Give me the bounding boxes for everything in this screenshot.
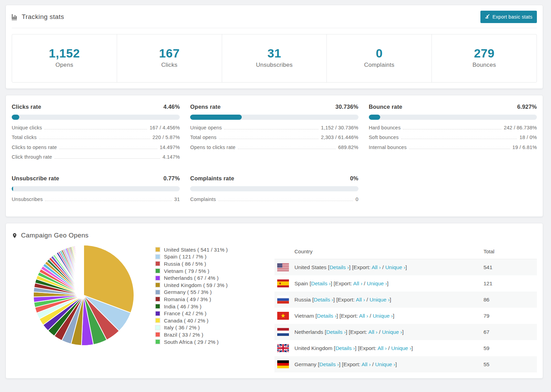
geo-table-row: Vietnam [Details ›] [Export: All › / Uni… bbox=[274, 308, 537, 324]
export-all-link[interactable]: All › bbox=[353, 280, 363, 286]
legend-label: Canada ( 40 / 2% ) bbox=[164, 318, 209, 324]
rate-detail-value: 1,152 / 30.736% bbox=[321, 125, 358, 130]
details-link[interactable]: Details › bbox=[319, 361, 339, 367]
export-unique-link[interactable]: Unique › bbox=[367, 280, 387, 286]
details-link[interactable]: Details › bbox=[317, 313, 336, 319]
geo-legend: United States ( 541 / 31% )Spain ( 121 /… bbox=[156, 244, 254, 372]
rate-progress-track bbox=[190, 186, 358, 191]
geo-row-country: Spain [Details ›] [Export: All › / Uniqu… bbox=[274, 279, 484, 287]
legend-item: Spain ( 121 / 7% ) bbox=[156, 253, 254, 261]
export-unique-link[interactable]: Unique › bbox=[373, 313, 393, 319]
legend-item: Canada ( 40 / 2% ) bbox=[156, 317, 254, 324]
rate-detail-label: Unique clicks bbox=[12, 125, 42, 130]
rate-detail-label: Complaints bbox=[190, 197, 216, 202]
legend-item: Russia ( 86 / 5% ) bbox=[156, 260, 254, 267]
details-link[interactable]: Details › bbox=[314, 297, 333, 303]
rate-header: Bounce rate6.927% bbox=[369, 104, 537, 110]
stat-label: Clicks bbox=[161, 62, 177, 68]
stat-value: 279 bbox=[474, 47, 495, 60]
rate-detail-row: Total opens2,303 / 61.446% bbox=[190, 135, 358, 145]
dotted-leader bbox=[44, 129, 147, 129]
rate-value: 30.736% bbox=[335, 104, 358, 110]
rate-detail-label: Total opens bbox=[190, 135, 216, 140]
geo-pie-chart bbox=[32, 244, 135, 347]
rate-detail-row: Unique clicks167 / 4.456% bbox=[12, 125, 180, 135]
flag-icon-ru bbox=[277, 296, 289, 304]
export-all-link[interactable]: All › bbox=[362, 361, 371, 367]
rate-progress-fill bbox=[190, 115, 242, 120]
details-link[interactable]: Details › bbox=[311, 280, 331, 286]
rate-detail-value: 18 / 0% bbox=[519, 135, 537, 140]
geo-row-text: Vietnam [Details ›] [Export: All › / Uni… bbox=[294, 313, 394, 319]
stat-cell-bounces: 279Bounces bbox=[432, 34, 537, 82]
geo-row-country: Netherlands [Details ›] [Export: All › /… bbox=[274, 328, 484, 336]
flag-icon-gb bbox=[277, 344, 289, 352]
stat-cell-opens: 1,152Opens bbox=[12, 34, 117, 82]
rates-grid: Clicks rate4.46%Unique clicks167 / 4.456… bbox=[12, 104, 537, 206]
rate-detail-value: 242 / 86.738% bbox=[504, 125, 537, 130]
rate-detail-label: Unique opens bbox=[190, 125, 222, 130]
rate-progress-fill bbox=[369, 115, 381, 120]
geo-table-row: United States [Details ›] [Export: All ›… bbox=[274, 259, 537, 275]
rate-detail-label: Hard bounces bbox=[369, 125, 401, 130]
legend-label: United States ( 541 / 31% ) bbox=[164, 247, 228, 253]
export-all-link[interactable]: All › bbox=[368, 329, 378, 335]
rate-header: Clicks rate4.46% bbox=[12, 104, 180, 110]
legend-label: France ( 42 / 2% ) bbox=[164, 310, 207, 316]
stat-value: 1,152 bbox=[49, 47, 80, 60]
rate-detail-row: Total clicks220 / 5.87% bbox=[12, 135, 180, 145]
details-link[interactable]: Details › bbox=[330, 264, 349, 270]
geo-table-row: Russia [Details ›] [Export: All › / Uniq… bbox=[274, 292, 537, 308]
legend-swatch bbox=[156, 297, 160, 301]
export-all-link[interactable]: All › bbox=[356, 297, 365, 303]
rate-title: Opens rate bbox=[190, 104, 220, 110]
dotted-leader bbox=[39, 139, 150, 139]
rate-detail-row: Opens to clicks rate689.82% bbox=[190, 145, 358, 155]
export-all-link[interactable]: All › bbox=[359, 313, 368, 319]
details-link[interactable]: Details › bbox=[326, 329, 346, 335]
geo-row-country: Germany [Details ›] [Export: All › / Uni… bbox=[274, 360, 484, 368]
rate-block: Complaints rate0%Complaints0 bbox=[190, 175, 358, 206]
tracking-stats-title: Tracking stats bbox=[12, 13, 64, 21]
rate-detail-row: Soft bounces18 / 0% bbox=[369, 135, 537, 145]
export-unique-link[interactable]: Unique › bbox=[391, 345, 412, 351]
stat-value: 0 bbox=[376, 47, 383, 60]
legend-label: India ( 46 / 3% ) bbox=[164, 304, 201, 309]
stat-label: Unsubscribes bbox=[256, 62, 293, 68]
export-basic-stats-button[interactable]: Export basic stats bbox=[480, 11, 537, 23]
export-unique-link[interactable]: Unique › bbox=[382, 329, 402, 335]
rate-value: 0% bbox=[350, 175, 358, 182]
geo-row-country: United Kingdom [Details ›] [Export: All … bbox=[274, 344, 484, 352]
legend-item: Brazil ( 33 / 2% ) bbox=[156, 331, 254, 338]
export-all-link[interactable]: All › bbox=[377, 345, 387, 351]
geo-row-total: 541 bbox=[484, 264, 537, 271]
details-link[interactable]: Details › bbox=[335, 345, 355, 351]
legend-item: India ( 46 / 3% ) bbox=[156, 303, 254, 310]
legend-swatch bbox=[156, 326, 160, 330]
stat-value: 31 bbox=[268, 47, 281, 60]
export-unique-link[interactable]: Unique › bbox=[385, 264, 406, 270]
export-all-link[interactable]: All › bbox=[372, 264, 381, 270]
legend-item: United Kingdom ( 59 / 3% ) bbox=[156, 282, 254, 289]
rate-header: Opens rate30.736% bbox=[190, 104, 358, 110]
rate-title: Clicks rate bbox=[12, 104, 41, 110]
export-unique-link[interactable]: Unique › bbox=[370, 297, 390, 303]
legend-swatch bbox=[156, 269, 160, 273]
legend-label: Vietnam ( 79 / 5% ) bbox=[164, 268, 209, 274]
rate-value: 0.77% bbox=[164, 175, 180, 182]
geo-row-text: Germany [Details ›] [Export: All › / Uni… bbox=[294, 361, 397, 368]
map-pin-icon bbox=[12, 232, 18, 239]
flag-icon-us bbox=[277, 263, 289, 271]
rate-progress-fill bbox=[12, 115, 19, 120]
summary-stats-box: 1,152Opens167Clicks31Unsubscribes0Compla… bbox=[12, 34, 537, 83]
rate-title: Bounce rate bbox=[369, 104, 403, 110]
geo-table-row: Netherlands [Details ›] [Export: All › /… bbox=[274, 324, 537, 340]
legend-swatch bbox=[156, 318, 160, 322]
export-unique-link[interactable]: Unique › bbox=[375, 361, 395, 367]
rate-detail-value: 14.497% bbox=[160, 145, 180, 150]
legend-label: South Africa ( 29 / 2% ) bbox=[164, 339, 219, 345]
rate-progress-track bbox=[12, 115, 180, 120]
legend-item: Netherlands ( 67 / 4% ) bbox=[156, 274, 254, 282]
legend-swatch bbox=[156, 247, 160, 252]
geo-col-country: Country bbox=[274, 248, 484, 254]
